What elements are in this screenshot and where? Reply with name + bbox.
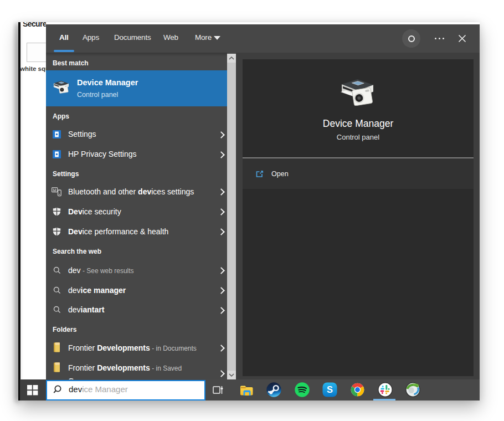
svg-text:S: S bbox=[327, 384, 333, 394]
